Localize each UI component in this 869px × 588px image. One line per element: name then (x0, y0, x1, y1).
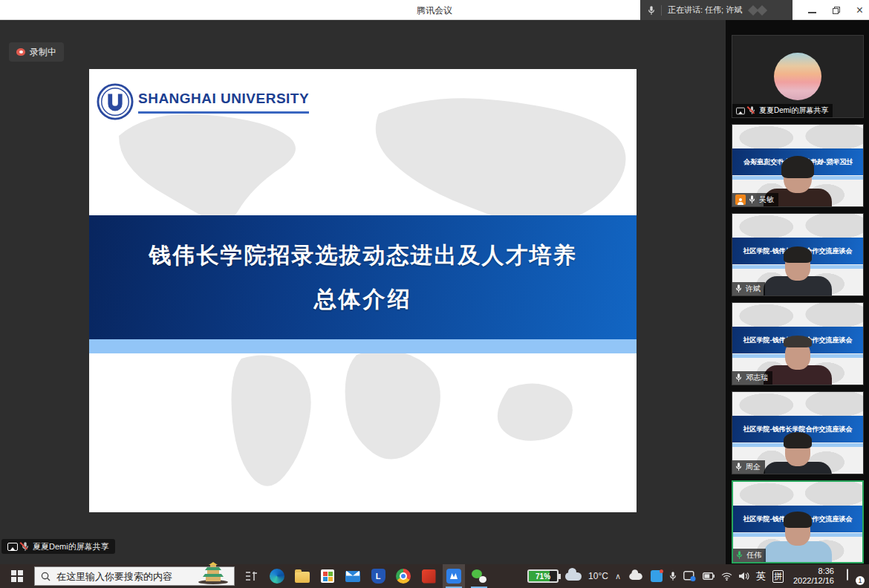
participant-name: 任伟 (746, 550, 761, 561)
microphone-icon (735, 373, 743, 383)
slide-title-banner: 钱伟长学院招录选拔动态进出及人才培养 总体介绍 (89, 215, 637, 339)
muted-microphone-icon (22, 541, 29, 552)
taskbar-app-file-explorer[interactable] (291, 564, 313, 588)
mail-icon (345, 571, 360, 582)
participant-tile[interactable]: 社区学院-钱伟长学院合作交流座谈会 周全 (732, 391, 864, 474)
participant-name: 夏夏Demi的屏幕共享 (759, 105, 828, 116)
recording-label: 录制中 (30, 46, 56, 59)
microphone-icon (735, 284, 743, 294)
meeting-logo-watermark (749, 7, 766, 14)
search-input[interactable] (56, 571, 186, 582)
participant-label: 吴敏 (732, 193, 778, 206)
stock-app-icon (245, 571, 258, 581)
taskbar-app-wechat[interactable] (468, 564, 490, 588)
action-center-button[interactable]: 1 (847, 569, 862, 583)
slide-title-line2: 总体介绍 (314, 284, 412, 315)
microphone-icon (648, 5, 655, 16)
taskbar-search[interactable] (34, 566, 235, 586)
battery-percent-widget[interactable]: 71% (527, 569, 559, 583)
participant-tile[interactable]: 社区学院-钱伟长学院合作交流座谈会 吴敏 (732, 124, 864, 207)
taskbar-app-store[interactable] (316, 564, 339, 588)
shanghai-university-seal (97, 82, 134, 121)
taskbar-app-edge[interactable] (266, 564, 288, 588)
university-logo-row: SHANGHAI UNIVERSITY (97, 82, 309, 121)
battery-tray-icon[interactable] (703, 572, 715, 580)
speaker-icon[interactable] (739, 572, 749, 581)
recording-badge[interactable]: 录制中 (9, 42, 64, 62)
screen-share-icon (736, 107, 745, 114)
participant-name: 吴敏 (759, 195, 774, 205)
active-microphone-icon (736, 550, 743, 561)
presentation-slide: SHANGHAI UNIVERSITY 钱伟长学院招录选拔动态进出及人才培养 总… (89, 69, 637, 512)
office-icon (422, 569, 436, 584)
ime-language-indicator[interactable]: 英 (756, 569, 766, 583)
chrome-icon (396, 569, 411, 584)
battery-percent: 71% (536, 572, 550, 581)
avatar (774, 53, 821, 100)
window-titlebar: 腾讯会议 正在讲话: 任伟; 许斌 × (0, 0, 869, 20)
window-controls: × (808, 0, 863, 20)
taskbar-app-chrome[interactable] (392, 564, 414, 588)
participant-label: 任伟 (733, 549, 766, 562)
taskbar-app-mail[interactable] (342, 564, 364, 588)
minimize-icon[interactable] (808, 7, 816, 13)
share-label-text: 夏夏Demi的屏幕共享 (33, 541, 109, 552)
microphone-icon (735, 462, 743, 472)
windows-taskbar: L 71% 10°C ∧ 英 拼 8:36 2022/12/16 1 (0, 564, 869, 588)
tencent-meeting-icon (446, 569, 461, 584)
participant-label: 邓志瑞 (732, 371, 772, 385)
onedrive-icon[interactable] (629, 573, 642, 580)
system-tray: 71% 10°C ∧ 英 拼 8:36 2022/12/16 1 (527, 566, 869, 586)
pinned-app-icon[interactable] (241, 564, 263, 588)
taskbar-app-tencent-meeting[interactable] (443, 564, 465, 588)
qq-tray-icon[interactable] (651, 570, 663, 582)
slide-title-line1: 钱伟长学院招录选拔动态进出及人才培养 (149, 241, 577, 271)
contact-tray-icon[interactable] (683, 571, 696, 581)
screen-share-label: 夏夏Demi的屏幕共享 (1, 539, 115, 554)
participant-tile[interactable]: 夏夏Demi的屏幕共享 (732, 35, 864, 118)
notification-count-badge: 1 (856, 576, 865, 585)
start-button[interactable] (0, 564, 34, 588)
wechat-icon (472, 569, 486, 583)
ime-mode-indicator[interactable]: 拼 (772, 570, 784, 583)
shared-screen-stage: 录制中 SHANGHAI UNIVERSITY (0, 20, 726, 564)
restore-icon[interactable] (833, 7, 840, 14)
university-name: SHANGHAI UNIVERSITY (138, 91, 309, 114)
clock-time: 8:36 (818, 566, 834, 575)
clock-date: 2022/12/16 (793, 576, 834, 585)
microsoft-store-icon (321, 569, 334, 583)
participant-tile[interactable]: 社区学院-钱伟长学院合作交流座谈会 邓志瑞 (732, 302, 864, 385)
temperature-label[interactable]: 10°C (588, 571, 608, 581)
speaking-label: 正在讲话: 任伟; 许斌 (668, 4, 742, 16)
divider (661, 5, 662, 16)
file-explorer-icon (295, 572, 310, 583)
record-icon (16, 48, 25, 56)
screen-share-icon (7, 543, 18, 551)
participant-name: 许斌 (746, 284, 761, 294)
participants-sidebar: 夏夏Demi的屏幕共享 社区学院-钱伟长学院合作交流座谈会 吴敏 (726, 20, 869, 564)
taskbar-app-lenovo[interactable]: L (367, 564, 389, 588)
participant-name: 周全 (746, 462, 761, 472)
windows-logo-icon (11, 570, 23, 582)
participant-name: 邓志瑞 (746, 373, 768, 383)
search-icon (41, 572, 51, 581)
wifi-icon[interactable] (721, 572, 732, 581)
participant-label: 夏夏Demi的屏幕共享 (732, 104, 833, 117)
notification-icon (847, 569, 848, 581)
participant-label: 许斌 (732, 282, 765, 295)
chevron-up-icon[interactable]: ∧ (615, 572, 621, 581)
taskbar-clock[interactable]: 8:36 2022/12/16 (793, 566, 834, 586)
weather-cloud-icon (565, 572, 582, 581)
edge-icon (270, 569, 284, 584)
participant-tile[interactable]: 社区学院-钱伟长学院合作交流座谈会 许斌 (732, 213, 864, 296)
participant-tile[interactable]: 社区学院-钱伟长学院合作交流座谈会 任伟 (732, 480, 864, 564)
participant-label: 周全 (732, 460, 765, 474)
microphone-icon (749, 195, 756, 205)
close-icon[interactable]: × (856, 4, 863, 16)
tencent-meeting-window: 腾讯会议 正在讲话: 任伟; 许斌 × 录制中 (0, 0, 869, 588)
taskbar-app-office[interactable] (417, 564, 440, 588)
shield-l-icon: L (371, 569, 385, 584)
microphone-tray-icon[interactable] (669, 571, 677, 581)
now-speaking-bar: 正在讲话: 任伟; 许斌 (640, 0, 792, 20)
search-highlight-temple-icon (197, 562, 230, 584)
